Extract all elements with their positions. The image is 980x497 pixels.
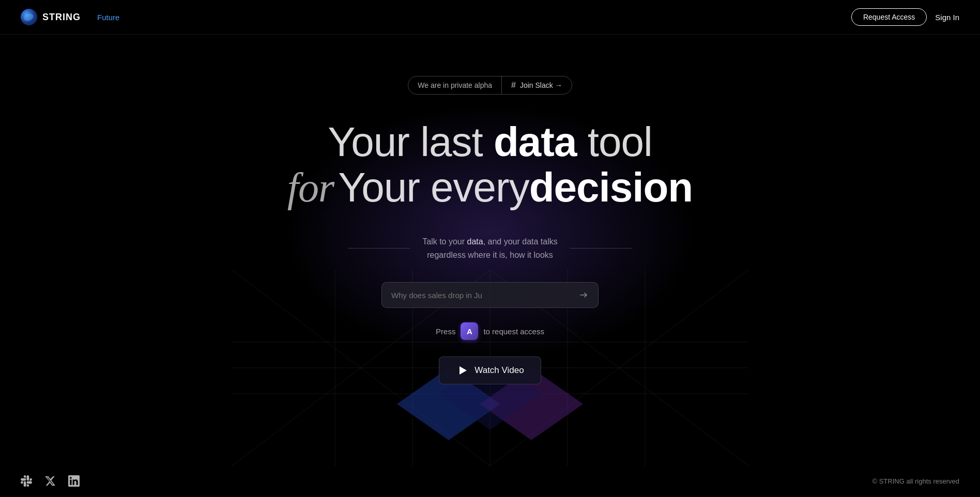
logo[interactable]: STRING: [21, 9, 81, 25]
headline-pre-text: Your last: [328, 119, 494, 165]
headline-line-2: for Your every decision: [287, 165, 693, 210]
signin-button[interactable]: Sign In: [935, 13, 959, 22]
press-hint-pre: Press: [436, 327, 455, 336]
search-input-container: [381, 282, 599, 308]
nav-left: STRING Future: [21, 9, 119, 25]
subtitle-line2: regardless where it is, how it looks: [427, 251, 553, 259]
footer-social-icons: [21, 475, 80, 487]
request-access-button[interactable]: Request Access: [851, 8, 927, 26]
headline-post-text: tool: [576, 119, 652, 165]
nav-right: Request Access Sign In: [851, 8, 959, 26]
play-triangle: [460, 366, 467, 375]
search-wrap: [381, 282, 599, 308]
footer-copyright: © STRING all rights reserved: [872, 477, 959, 485]
logo-text: STRING: [42, 12, 81, 23]
subtitle-right-line: [570, 248, 632, 248]
subtitle-wrap: Talk to your data, and your data talks r…: [348, 235, 632, 261]
play-icon: [456, 364, 468, 377]
subtitle-pre: Talk to your: [422, 237, 467, 246]
subtitle-text: Talk to your data, and your data talks r…: [422, 235, 558, 261]
navbar: STRING Future Request Access Sign In: [0, 0, 980, 35]
watch-video-label: Watch Video: [474, 365, 524, 376]
press-key-badge: A: [461, 322, 478, 340]
hero-section: We are in private alpha # Join Slack → Y…: [0, 35, 980, 384]
slack-icon: #: [511, 81, 516, 90]
search-submit-button[interactable]: [578, 290, 589, 300]
subtitle-mid: , and your data talks: [483, 237, 558, 246]
watch-video-button[interactable]: Watch Video: [439, 356, 541, 384]
headline-your-every: Your every: [338, 165, 529, 210]
alpha-badge: We are in private alpha # Join Slack →: [408, 76, 572, 95]
alpha-badge-left-text: We are in private alpha: [408, 77, 501, 94]
headline-italic-for: for: [287, 165, 334, 210]
join-slack-text: Join Slack →: [520, 81, 562, 89]
footer: © STRING all rights reserved: [0, 465, 980, 497]
search-input[interactable]: [391, 291, 572, 300]
headline-bold-decision: decision: [529, 165, 693, 210]
linkedin-footer-icon[interactable]: [68, 475, 80, 487]
subtitle-left-line: [348, 248, 410, 248]
subtitle-data-highlight: data: [467, 237, 483, 246]
headline-bold-data: data: [494, 119, 577, 165]
join-slack-link[interactable]: # Join Slack →: [502, 76, 572, 94]
slack-footer-icon[interactable]: [21, 475, 32, 487]
twitter-footer-icon[interactable]: [44, 475, 56, 487]
headline-line-1: Your last data tool: [328, 119, 652, 165]
press-hint-post: to request access: [483, 327, 544, 336]
arrow-right-icon: [578, 290, 589, 300]
nav-future-link[interactable]: Future: [97, 13, 119, 22]
logo-icon: [21, 9, 37, 25]
press-hint: Press A to request access: [436, 322, 544, 340]
